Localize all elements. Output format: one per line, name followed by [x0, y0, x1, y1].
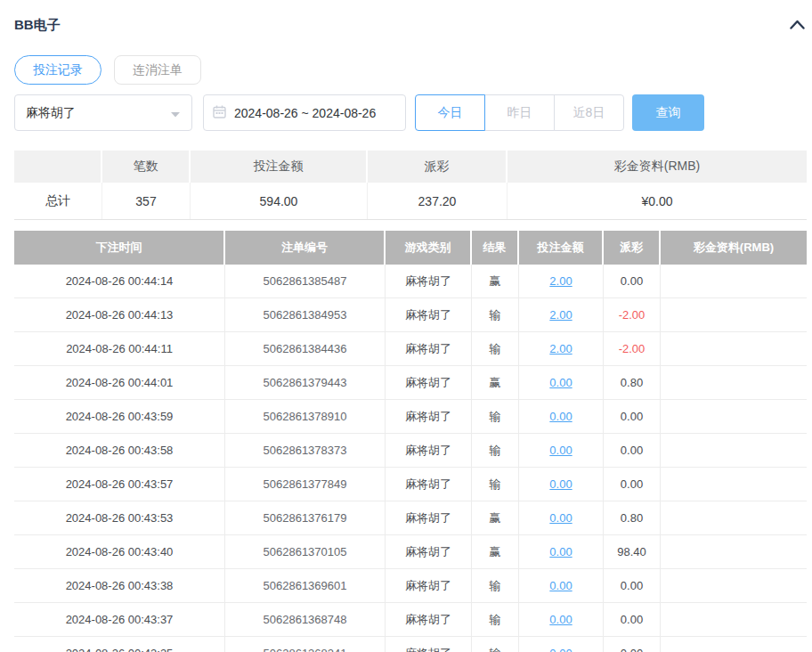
tab-label: 投注记录 [33, 62, 83, 78]
bet-amount-link[interactable]: 0.00 [549, 444, 572, 457]
cell-game-type: 麻将胡了 [386, 400, 472, 433]
cell-game-type: 麻将胡了 [386, 468, 472, 501]
summary-bet-amount: 594.00 [191, 183, 368, 219]
query-button[interactable]: 查询 [632, 94, 704, 131]
last-8-days-button[interactable]: 近8日 [554, 94, 624, 131]
bet-amount-link[interactable]: 0.00 [549, 511, 572, 525]
summary-table-header: 笔数 投注金额 派彩 彩金资料(RMB) [14, 151, 807, 183]
cell-bet-amount: 0.00 [519, 637, 604, 652]
tab-cancelled-orders[interactable]: 连消注单 [114, 55, 201, 85]
cell-result: 赢 [472, 265, 519, 297]
cell-result: 赢 [472, 366, 519, 399]
cell-bonus [661, 400, 807, 433]
yesterday-button[interactable]: 昨日 [484, 94, 555, 131]
table-row: 2024-08-26 00:43:535062861376179麻将胡了赢0.0… [14, 501, 807, 535]
table-row: 2024-08-26 00:43:355062861368241麻将胡了输0.0… [14, 637, 807, 652]
cell-order-no: 5062861378373 [225, 434, 386, 467]
bet-amount-link[interactable]: 0.00 [549, 410, 572, 423]
cell-payout: 0.00 [604, 468, 661, 501]
collapse-button[interactable] [787, 15, 807, 35]
bet-amount-link[interactable]: 0.00 [549, 477, 572, 491]
cell-bonus [661, 434, 807, 467]
date-range-picker[interactable]: 2024-08-26 ~ 2024-08-26 [203, 94, 406, 131]
cell-payout: 98.40 [604, 535, 661, 568]
table-row: 2024-08-26 00:43:385062861369601麻将胡了输0.0… [14, 569, 807, 603]
cell-bet-amount: 0.00 [519, 603, 604, 636]
cell-bet-amount: 0.00 [519, 366, 604, 399]
today-button[interactable]: 今日 [415, 94, 485, 131]
summary-column-header: 彩金资料(RMB) [508, 151, 807, 183]
cell-result: 输 [472, 332, 519, 365]
panel-title: BB电子 [14, 17, 61, 34]
cell-bet-time: 2024-08-26 00:43:59 [14, 400, 225, 433]
cell-order-no: 5062861376179 [225, 501, 386, 534]
cell-result: 输 [472, 603, 519, 636]
table-row: 2024-08-26 00:44:015062861379443麻将胡了赢0.0… [14, 366, 807, 400]
bet-amount-link[interactable]: 0.00 [549, 579, 572, 592]
summary-column-header: 笔数 [102, 151, 191, 183]
cell-bet-time: 2024-08-26 00:44:13 [14, 298, 225, 331]
cell-bet-time: 2024-08-26 00:43:58 [14, 434, 225, 467]
bet-amount-link[interactable]: 0.00 [549, 545, 572, 558]
chevron-up-icon [790, 17, 805, 33]
summary-column-header: 投注金额 [191, 151, 368, 183]
cell-order-no: 5062861384953 [225, 298, 386, 331]
summary-total-row: 总计 357 594.00 237.20 ¥0.00 [14, 183, 807, 220]
summary-table: 笔数 投注金额 派彩 彩金资料(RMB) 总计 357 594.00 237.2… [14, 151, 807, 220]
table-row: 2024-08-26 00:43:595062861378910麻将胡了输0.0… [14, 400, 807, 434]
cell-bet-amount: 0.00 [519, 569, 604, 602]
quick-date-button-group: 今日 昨日 近8日 [415, 94, 624, 131]
cell-payout: 0.00 [604, 265, 661, 297]
cell-bonus [661, 366, 807, 399]
calendar-icon [213, 105, 226, 121]
caret-down-icon [170, 106, 181, 120]
cell-order-no: 5062861384436 [225, 332, 386, 365]
summary-bonus: ¥0.00 [508, 183, 807, 219]
column-header-bet-amount: 投注金额 [519, 231, 604, 265]
date-range-value: 2024-08-26 ~ 2024-08-26 [234, 106, 376, 120]
panel-header: BB电子 [14, 0, 807, 34]
bet-amount-link[interactable]: 2.00 [549, 342, 572, 355]
cell-bonus [661, 298, 807, 331]
cell-order-no: 5062861378910 [225, 400, 386, 433]
cell-bet-amount: 2.00 [519, 298, 604, 331]
bet-table-header: 下注时间 注单编号 游戏类别 结果 投注金额 派彩 彩金资料(RMB) [14, 231, 807, 265]
table-row: 2024-08-26 00:43:585062861378373麻将胡了输0.0… [14, 434, 807, 468]
cell-bet-time: 2024-08-26 00:43:35 [14, 637, 225, 652]
table-row: 2024-08-26 00:43:405062861370105麻将胡了赢0.0… [14, 535, 807, 569]
table-row: 2024-08-26 00:44:145062861385487麻将胡了赢2.0… [14, 265, 807, 298]
tab-bet-records[interactable]: 投注记录 [14, 55, 102, 85]
cell-order-no: 5062861377849 [225, 468, 386, 501]
cell-bet-amount: 2.00 [519, 265, 604, 297]
table-row: 2024-08-26 00:44:115062861384436麻将胡了输2.0… [14, 332, 807, 366]
summary-total-label: 总计 [14, 183, 102, 219]
cell-game-type: 麻将胡了 [386, 332, 472, 365]
bet-amount-link[interactable]: 2.00 [549, 308, 572, 322]
cell-payout: 0.00 [604, 569, 661, 602]
summary-column-header: 派彩 [368, 151, 508, 183]
bet-table-body: 2024-08-26 00:44:145062861385487麻将胡了赢2.0… [14, 265, 807, 652]
cell-game-type: 麻将胡了 [386, 569, 472, 602]
cell-bet-time: 2024-08-26 00:44:11 [14, 332, 225, 365]
cell-bet-time: 2024-08-26 00:43:40 [14, 535, 225, 568]
game-type-select[interactable]: 麻将胡了 [14, 94, 192, 131]
cell-game-type: 麻将胡了 [386, 265, 472, 297]
cell-game-type: 麻将胡了 [386, 603, 472, 636]
bet-amount-link[interactable]: 0.00 [549, 376, 572, 389]
cell-bet-amount: 2.00 [519, 332, 604, 365]
bet-amount-link[interactable]: 2.00 [549, 274, 572, 288]
cell-payout: 0.80 [604, 366, 661, 399]
cell-order-no: 5062861370105 [225, 535, 386, 568]
bet-amount-link[interactable]: 0.00 [549, 613, 572, 626]
cell-order-no: 5062861369601 [225, 569, 386, 602]
cell-bet-time: 2024-08-26 00:44:01 [14, 366, 225, 399]
cell-game-type: 麻将胡了 [386, 501, 472, 534]
cell-bet-amount: 0.00 [519, 434, 604, 467]
bet-records-panel: BB电子 投注记录 连消注单 麻将胡了 2024-08-26 ~ 2024-08… [0, 0, 812, 652]
column-header-bet-time: 下注时间 [14, 231, 225, 265]
cell-game-type: 麻将胡了 [386, 434, 472, 467]
cell-result: 输 [472, 400, 519, 433]
bet-amount-link[interactable]: 0.00 [549, 647, 572, 652]
cell-payout: -2.00 [604, 332, 661, 365]
tab-bar: 投注记录 连消注单 [14, 55, 807, 85]
